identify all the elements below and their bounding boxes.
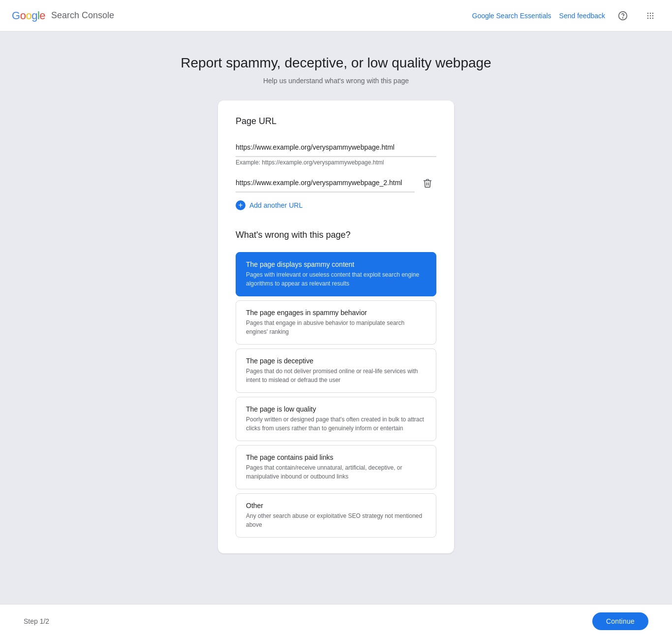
logo-letter-o1: o (20, 9, 26, 22)
option-title-paid-links: The page contains paid links (246, 453, 426, 461)
logo-letter-e: e (39, 9, 45, 22)
url1-wrapper: Example: https://example.org/veryspammyw… (236, 138, 436, 166)
header-right: Google Search Essentials Send feedback (472, 6, 661, 26)
issue-section-title: What's wrong with this page? (236, 230, 436, 240)
option-item-other[interactable]: Other Any other search abuse or exploita… (236, 493, 436, 538)
url2-input[interactable] (236, 174, 415, 192)
option-desc-deceptive: Pages that do not deliver promised onlin… (246, 367, 426, 384)
footer-bar: Step 1/2 Continue (0, 604, 672, 638)
option-item-paid-links[interactable]: The page contains paid links Pages that … (236, 445, 436, 489)
option-title-low-quality: The page is low quality (246, 405, 426, 413)
header-left: Google Search Console (12, 9, 114, 22)
main-content: Report spammy, deceptive, or low quality… (0, 32, 672, 593)
url2-row (236, 174, 436, 192)
option-item-spammy-behavior[interactable]: The page engages in spammy behavior Page… (236, 300, 436, 345)
page-subtitle: Help us understand what's wrong with thi… (263, 77, 409, 85)
logo-letter-g: G (12, 9, 20, 22)
trash-icon (423, 178, 432, 188)
svg-point-5 (647, 15, 649, 16)
issue-section: What's wrong with this page? (236, 230, 436, 240)
options-list: The page displays spammy content Pages w… (236, 252, 436, 538)
apps-button[interactable] (641, 6, 660, 26)
option-title-spammy-behavior: The page engages in spammy behavior (246, 309, 426, 317)
step-label: Step 1/2 (24, 617, 49, 625)
url-section-title: Page URL (236, 116, 436, 127)
svg-point-4 (652, 12, 654, 14)
option-title-deceptive: The page is deceptive (246, 357, 426, 365)
option-title-spammy-content: The page displays spammy content (246, 260, 426, 268)
header: Google Search Console Google Search Esse… (0, 0, 672, 32)
add-url-button[interactable]: + Add another URL (236, 196, 303, 214)
help-icon (618, 11, 628, 21)
continue-button[interactable]: Continue (592, 612, 648, 630)
option-desc-spammy-behavior: Pages that engage in abusive behavior to… (246, 319, 426, 336)
logo-letter-o2: o (26, 9, 31, 22)
logo-letter-g2: g (31, 9, 37, 22)
product-name: Search Console (51, 10, 114, 21)
google-search-essentials-link[interactable]: Google Search Essentials (472, 12, 551, 20)
delete-url2-button[interactable] (419, 174, 436, 192)
url1-input[interactable] (236, 138, 436, 157)
option-item-low-quality[interactable]: The page is low quality Poorly written o… (236, 397, 436, 441)
option-item-deceptive[interactable]: The page is deceptive Pages that do not … (236, 349, 436, 393)
option-item-spammy-content[interactable]: The page displays spammy content Pages w… (236, 252, 436, 296)
google-logo: Google (12, 9, 45, 22)
option-desc-low-quality: Poorly written or designed page that's o… (246, 415, 426, 433)
page-title: Report spammy, deceptive, or low quality… (181, 55, 491, 71)
url1-hint: Example: https://example.org/veryspammyw… (236, 159, 436, 166)
option-desc-other: Any other search abuse or exploitative S… (246, 511, 426, 529)
send-feedback-link[interactable]: Send feedback (559, 12, 605, 20)
svg-point-10 (652, 17, 654, 19)
svg-point-3 (650, 12, 651, 14)
option-title-other: Other (246, 502, 426, 510)
url-section: Page URL Example: https://example.org/ve… (236, 116, 436, 214)
svg-point-9 (650, 17, 651, 19)
help-button[interactable] (613, 6, 633, 26)
svg-point-7 (652, 15, 654, 16)
form-card: Page URL Example: https://example.org/ve… (218, 100, 454, 553)
svg-point-6 (650, 15, 651, 16)
option-desc-spammy-content: Pages with irrelevant or useless content… (246, 270, 426, 288)
plus-circle-icon: + (236, 200, 245, 210)
svg-point-8 (647, 17, 649, 19)
apps-icon (645, 11, 655, 21)
add-url-label: Add another URL (249, 201, 303, 209)
option-desc-paid-links: Pages that contain/receive unnatural, ar… (246, 463, 426, 481)
svg-point-2 (647, 12, 649, 14)
